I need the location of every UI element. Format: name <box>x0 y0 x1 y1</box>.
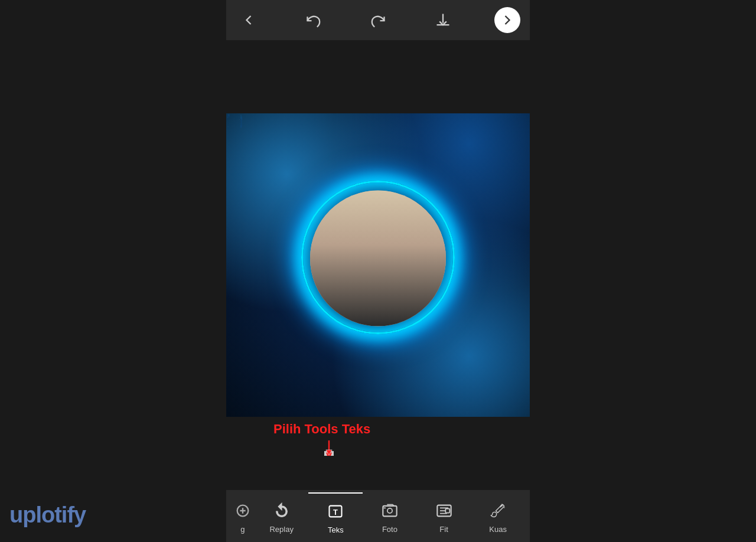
svg-point-30 <box>319 197 320 198</box>
teks-label: Teks <box>328 525 344 534</box>
logo-container: uplotify <box>9 502 86 528</box>
partial-icon <box>231 499 255 523</box>
svg-marker-8 <box>229 122 235 128</box>
svg-point-29 <box>317 197 318 198</box>
svg-marker-35 <box>326 450 332 455</box>
kuas-icon <box>486 499 510 523</box>
portrait-svg <box>310 191 327 207</box>
redo-icon <box>370 12 386 28</box>
svg-text:11001: 11001 <box>227 126 229 127</box>
tool-item-fit[interactable]: Fit <box>417 492 471 540</box>
back-button[interactable] <box>236 7 262 33</box>
next-icon <box>499 12 516 28</box>
svg-text:10110: 10110 <box>239 119 240 120</box>
svg-point-40 <box>387 508 392 512</box>
svg-point-22 <box>240 125 242 128</box>
svg-point-24 <box>228 114 230 116</box>
replay-icon <box>270 499 294 523</box>
back-icon <box>240 12 257 28</box>
tool-item-foto[interactable]: Foto <box>363 492 417 540</box>
annotation-arrow <box>321 439 337 456</box>
partial-tool-icon <box>234 502 251 519</box>
replay-label: Replay <box>269 525 293 534</box>
svg-rect-32 <box>314 204 323 207</box>
annotation-text: Pilih Tools Teks <box>273 422 370 437</box>
undo-button[interactable] <box>301 7 327 33</box>
replay-tool-icon <box>273 502 290 519</box>
teks-icon: T <box>324 499 347 523</box>
foto-label: Foto <box>382 525 397 534</box>
fit-tool-icon <box>436 502 452 519</box>
kuas-tool-icon <box>490 502 506 519</box>
logo-text: uplotify <box>9 502 86 528</box>
svg-text:T: T <box>333 507 338 516</box>
image-canvas: 01001 10110 11001 <box>226 113 530 417</box>
svg-point-28 <box>315 194 322 202</box>
download-icon <box>435 12 451 28</box>
partial-label: g <box>240 525 245 534</box>
svg-line-9 <box>229 120 233 125</box>
tool-item-partial[interactable]: g <box>231 492 255 540</box>
foto-tool-icon <box>382 502 398 519</box>
download-button[interactable] <box>430 7 456 33</box>
redo-button[interactable] <box>365 7 391 33</box>
bottom-toolbar: g Replay T Teks Foto <box>226 490 530 542</box>
foto-icon <box>378 499 402 523</box>
next-button[interactable] <box>494 7 520 33</box>
svg-line-10 <box>236 123 240 125</box>
annotation-overlay: Pilih Tools Teks <box>226 422 530 456</box>
kuas-label: Kuas <box>489 525 507 534</box>
teks-tool-icon: T <box>327 503 344 520</box>
circuit-overlay: 01001 10110 11001 <box>226 113 243 130</box>
fit-icon <box>432 499 456 523</box>
tool-item-replay[interactable]: Replay <box>255 492 309 540</box>
tool-item-kuas[interactable]: Kuas <box>471 492 525 540</box>
svg-point-20 <box>240 115 242 119</box>
portrait-photo <box>310 191 446 326</box>
fit-label: Fit <box>439 525 448 534</box>
undo-icon <box>305 12 322 28</box>
svg-rect-39 <box>383 505 396 516</box>
tool-item-teks[interactable]: T Teks <box>308 492 363 540</box>
svg-rect-42 <box>445 508 449 512</box>
top-toolbar <box>226 0 530 40</box>
